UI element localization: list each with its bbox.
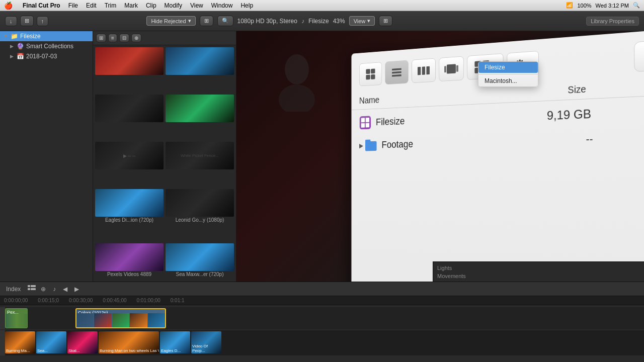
timeline-nav-back[interactable]: ◀ xyxy=(61,285,69,294)
list-item[interactable] xyxy=(95,47,164,93)
clip-pex[interactable]: Pex... xyxy=(5,308,28,328)
effects-category-movements: Movements xyxy=(437,272,640,280)
svg-rect-11 xyxy=(426,66,429,75)
bottom-thumb-burning[interactable]: Burning Ma... xyxy=(5,331,35,353)
view-mode-list-btn[interactable] xyxy=(385,60,409,84)
toolbar: ↓ ⊞ ↑ Hide Rejected ▾ ⊞ 🔍 1080p HD 30p, … xyxy=(0,11,644,31)
col-name-header: Name xyxy=(359,88,505,106)
svg-rect-3 xyxy=(371,68,375,73)
blue-folder-icon xyxy=(365,139,377,151)
toolbar-center: Hide Rejected ▾ ⊞ 🔍 1080p HD 30p, Stereo… xyxy=(146,16,392,26)
triangle-icon: ▶ xyxy=(4,35,9,38)
share-button[interactable]: ↑ xyxy=(37,16,49,26)
list-item[interactable]: Leonid Go...y (1080p) xyxy=(166,189,234,241)
track-area: Pex... Colors (1012p) xyxy=(0,305,644,362)
view-label: View xyxy=(354,18,366,24)
search-icon[interactable]: 🔍 xyxy=(633,2,640,9)
triangle-icon-3: ▶ xyxy=(10,54,14,59)
list-item[interactable]: Eagles Di...ion (720p) xyxy=(95,189,164,241)
new-library-button[interactable]: ⊞ xyxy=(20,16,34,26)
bottom-thumb-burning2[interactable]: Burning Man on two wheels Las V... xyxy=(99,331,159,353)
clip-list-btn[interactable] xyxy=(28,285,36,294)
svg-rect-2 xyxy=(366,69,370,74)
view-dropdown[interactable]: View ▾ xyxy=(349,16,375,26)
timecode-75: 0:01:1 xyxy=(171,298,185,303)
bottom-thumb-sea[interactable]: Sea... xyxy=(36,331,66,353)
menu-window[interactable]: Window xyxy=(211,2,233,9)
row-filesize-kind: Final xyxy=(591,104,644,120)
hide-rejected-label: Hide Rejected xyxy=(151,18,186,24)
svg-rect-25 xyxy=(28,285,30,287)
browser-meta-btn[interactable]: ⊕ xyxy=(131,34,141,42)
browser-view-btn[interactable]: ⊞ xyxy=(96,34,106,42)
menu-view[interactable]: View xyxy=(190,2,203,9)
share-export-btn[interactable] xyxy=(634,39,644,72)
battery-status: 100% xyxy=(577,3,591,9)
view-mode-grid-btn[interactable] xyxy=(359,62,382,86)
list-item[interactable] xyxy=(166,95,234,140)
timecode-bar: 0:00:00;00 0:00:15;0 0:00:30;00 0:00:45;… xyxy=(0,296,644,305)
sidebar-item-smart-collections[interactable]: ▶ 🔮 Smart Collections xyxy=(0,41,93,51)
row-footage-size: -- xyxy=(517,133,593,147)
menu-file[interactable]: File xyxy=(68,2,78,9)
library-properties-btn[interactable]: Library Properties xyxy=(586,17,639,26)
track-label-2 xyxy=(0,330,5,355)
sidebar-item-date[interactable]: ▶ 📅 2018-07-03 xyxy=(0,51,93,61)
list-item[interactable] xyxy=(95,95,164,140)
menu-edit[interactable]: Edit xyxy=(86,2,97,9)
list-item[interactable]: White Picket Fence... xyxy=(166,142,234,187)
row-expand-arrow[interactable]: ▶ xyxy=(359,142,363,149)
bottom-thumb-skat[interactable]: Skat... xyxy=(67,331,98,353)
primary-track-content: Pex... Colors (1012p) xyxy=(5,307,644,329)
browser-cols-btn[interactable]: ⊟ xyxy=(119,34,129,42)
svg-rect-14 xyxy=(456,65,458,72)
menu-mark[interactable]: Mark xyxy=(124,2,138,9)
hide-rejected-dropdown[interactable]: Hide Rejected ▾ xyxy=(146,16,195,26)
timeline-nav-fwd[interactable]: ▶ xyxy=(72,285,81,294)
sidebar-item-filesize[interactable]: ▶ 📁 Filesize xyxy=(0,31,93,41)
sort-label: Filesize xyxy=(308,18,329,25)
clock: Wed 3:12 PM xyxy=(596,3,629,9)
import-button[interactable]: ↓ xyxy=(5,16,17,26)
menu-modify[interactable]: Modify xyxy=(165,2,182,9)
add-connection-btn[interactable]: ⊕ xyxy=(39,285,48,294)
audio-icon: ♪ xyxy=(301,18,304,25)
view-mode-filmstrip-btn[interactable] xyxy=(439,56,463,82)
menubar: 🍎 Final Cut Pro File Edit Trim Mark Clip… xyxy=(0,0,644,11)
browser-list-btn[interactable]: ≡ xyxy=(108,34,117,42)
preview-figure xyxy=(267,51,327,112)
bottom-thumb-eagles[interactable]: Eagles D... xyxy=(160,331,190,353)
list-item[interactable] xyxy=(166,47,234,93)
timecode-45: 0:00:45;00 xyxy=(103,298,126,303)
clip-label: Sea Maxw...er (720p) xyxy=(166,271,234,278)
timeline-index-btn[interactable]: Index xyxy=(4,285,23,294)
import-icon: ↓ xyxy=(10,18,13,24)
clip-colors[interactable]: Colors (1012p) xyxy=(75,308,166,328)
svg-rect-13 xyxy=(447,64,456,73)
apple-menu[interactable]: 🍎 xyxy=(4,2,13,10)
row-filesize-name: Filesize xyxy=(376,111,514,128)
format-label: 1080p HD 30p, Stereo xyxy=(237,18,297,25)
bottom-thumb-video[interactable]: Video Of Peop... xyxy=(191,331,221,353)
popup-item-filesize[interactable]: Filesize xyxy=(478,62,538,73)
popup-item-macintosh[interactable]: Macintosh... xyxy=(478,75,538,86)
browser-toolbar: ⊞ ≡ ⊟ ⊕ xyxy=(93,31,236,45)
timecode-60: 0:01:00;00 xyxy=(137,298,160,303)
effects-category-lights: Lights xyxy=(437,264,640,272)
popup-divider xyxy=(478,74,538,74)
view-mode-columns-btn[interactable] xyxy=(412,58,436,83)
toolbar-right: Library Properties xyxy=(586,17,639,26)
menu-help[interactable]: Help xyxy=(240,2,253,9)
menu-clip[interactable]: Clip xyxy=(146,2,156,9)
audio-btn[interactable]: ♪ xyxy=(51,285,58,294)
menu-trim[interactable]: Trim xyxy=(105,2,117,9)
grid-view-btn[interactable]: ⊞ xyxy=(379,16,392,26)
sidebar-filesize-label: Filesize xyxy=(20,33,41,40)
view-toggle-btn[interactable]: ⊞ xyxy=(200,16,213,26)
smart-icon: 🔮 xyxy=(17,43,24,50)
search-btn[interactable]: 🔍 xyxy=(217,16,233,26)
svg-rect-12 xyxy=(444,66,446,72)
row-footage-name: Footage xyxy=(381,135,517,151)
clip-label: Pexels Videos 4889 xyxy=(95,271,164,278)
list-item[interactable]: ▶ ─ ─ xyxy=(95,142,164,187)
